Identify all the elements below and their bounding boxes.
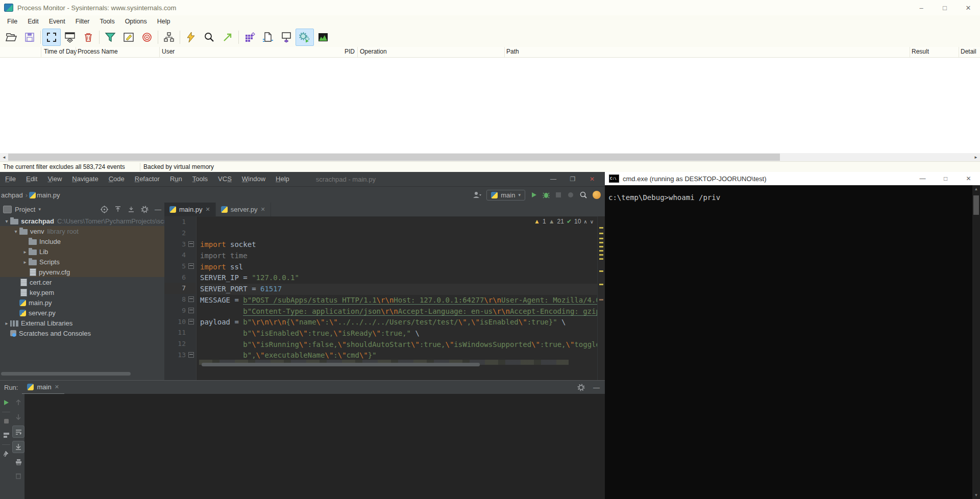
collapse-all-icon[interactable] <box>128 206 135 213</box>
down-stack-trace-icon-disabled[interactable] <box>13 411 24 422</box>
show-registry-toggle[interactable] <box>240 29 259 46</box>
gutter-line-6[interactable]: 6 <box>164 271 196 283</box>
close-tab-icon[interactable]: ✕ <box>261 206 265 213</box>
tree-item-key-pem[interactable]: key.pem <box>0 287 164 297</box>
column-header-time-of-day[interactable]: Time of Day <box>44 48 77 55</box>
user-icon[interactable] <box>472 191 481 199</box>
scrollbar-thumb[interactable] <box>973 195 979 215</box>
cmd-scrollbar[interactable]: ▲ ▼ <box>972 185 980 499</box>
fold-marker-icon[interactable] <box>188 241 194 247</box>
stop-button-disabled[interactable] <box>1 415 12 427</box>
pin-tab-icon[interactable] <box>1 448 12 459</box>
tree-item-pyvenv-cfg[interactable]: pyvenv.cfg <box>0 267 164 277</box>
scroll-left-arrow-icon[interactable]: ◄ <box>0 153 8 161</box>
column-separator[interactable] <box>159 47 160 57</box>
project-horizontal-scrollbar[interactable] <box>1 372 131 376</box>
fold-marker-icon[interactable] <box>188 263 194 269</box>
filter-button[interactable] <box>101 29 119 46</box>
column-separator[interactable] <box>959 47 959 57</box>
code-line-3[interactable]: import socket <box>200 239 598 251</box>
pycharm-menu-navigate[interactable]: Navigate <box>67 172 103 186</box>
settings-gear-icon[interactable] <box>141 206 149 213</box>
error-stripe[interactable] <box>597 216 605 380</box>
procmon-close-button[interactable]: ✕ <box>957 0 980 15</box>
soft-wrap-toggle[interactable] <box>12 426 24 438</box>
clear-button[interactable] <box>79 29 97 46</box>
editor-gutter[interactable]: 12345678910111213 <box>164 216 197 380</box>
stripe-warning-mark[interactable] <box>599 284 603 285</box>
gutter-line-3[interactable]: 3 <box>164 238 196 250</box>
find-button[interactable] <box>200 29 218 46</box>
pycharm-menu-vcs[interactable]: VCS <box>213 172 237 186</box>
procmon-menu-edit[interactable]: Edit <box>22 15 44 28</box>
code-line-6[interactable]: SERVER_IP = "127.0.0.1" <box>200 272 598 284</box>
chevron-down-icon[interactable]: ▾ <box>38 207 41 212</box>
run-console-output[interactable] <box>24 394 605 499</box>
cmd-titlebar[interactable]: C:\ cmd.exe (running as DESKTOP-JOORUNO\… <box>605 172 980 185</box>
cmd-minimize-button[interactable]: — <box>911 172 934 185</box>
save-button[interactable] <box>20 29 39 46</box>
run-button[interactable] <box>530 191 537 198</box>
tree-item-scripts[interactable]: ▸Scripts <box>0 257 164 267</box>
pycharm-menu-help[interactable]: Help <box>271 172 295 186</box>
hide-run-panel-icon[interactable]: — <box>593 384 600 391</box>
search-everywhere-icon[interactable] <box>579 191 587 199</box>
up-stack-trace-icon-disabled[interactable] <box>13 397 24 408</box>
column-header-process-name[interactable]: Process Name <box>78 48 118 55</box>
gutter-line-5[interactable]: 5 <box>164 261 196 272</box>
profiler-button-disabled[interactable] <box>567 191 574 198</box>
tree-item-venv[interactable]: ▾venv library root <box>0 226 164 236</box>
chevron-right-icon[interactable]: ▸ <box>3 320 10 326</box>
procmon-event-list[interactable] <box>0 58 980 153</box>
cmd-console[interactable]: c:\temp\Debug>whoami /priv ▲ ▼ <box>605 185 980 499</box>
chevron-right-icon[interactable]: ▸ <box>21 259 29 265</box>
update-notification-icon[interactable] <box>593 191 601 199</box>
pycharm-menu-tools[interactable]: Tools <box>187 172 213 186</box>
pycharm-menu-edit[interactable]: Edit <box>21 172 42 186</box>
column-header-path[interactable]: Path <box>506 48 519 55</box>
breadcrumb-file[interactable]: main.py <box>37 191 60 199</box>
pycharm-minimize-button[interactable]: — <box>544 172 563 186</box>
run-configuration-selector[interactable]: main ▾ <box>486 190 525 201</box>
jump-to-object-button[interactable] <box>218 29 237 46</box>
clear-all-icon-disabled[interactable] <box>13 470 24 482</box>
autoscroll-button[interactable] <box>61 29 79 46</box>
code-line-2[interactable] <box>200 229 598 240</box>
pycharm-menu-file[interactable]: File <box>0 172 21 186</box>
procmon-menu-file[interactable]: File <box>2 15 22 28</box>
breadcrumb-project[interactable]: achpad <box>1 191 23 199</box>
debug-button[interactable] <box>543 191 550 198</box>
gutter-line-11[interactable]: 11 <box>164 327 196 338</box>
inspections-widget[interactable]: ▲ 1 ▲ 21 ✔ 10 ∧ ∨ <box>534 218 594 225</box>
procmon-menu-help[interactable]: Help <box>152 15 176 28</box>
column-header-pid[interactable]: PID <box>332 48 355 55</box>
stripe-warning-mark[interactable] <box>599 270 603 272</box>
code-line-5[interactable]: import ssl <box>200 262 598 273</box>
gutter-line-10[interactable]: 10 <box>164 316 196 327</box>
fold-marker-icon[interactable] <box>188 319 194 325</box>
rerun-button[interactable] <box>1 397 12 408</box>
gutter-line-4[interactable]: 4 <box>164 250 196 261</box>
stripe-warning-mark[interactable] <box>599 238 603 239</box>
tree-item-lib[interactable]: ▸Lib <box>0 246 164 257</box>
tree-item-scrachpad[interactable]: ▾scrachpad C:\Users\Tomer\PycharmProject… <box>0 216 164 226</box>
code-line-10[interactable]: payload = b"\r\n\r\n{\"name\":\"../../..… <box>200 317 598 328</box>
column-header-operation[interactable]: Operation <box>360 48 387 55</box>
code-editor[interactable]: import socketimport timeimport sslSERVER… <box>200 217 598 380</box>
gutter-line-13[interactable]: 13 <box>164 349 196 360</box>
stripe-warning-mark[interactable] <box>599 299 603 301</box>
tab-server-py[interactable]: server.py ✕ <box>216 203 271 216</box>
gutter-line-12[interactable]: 12 <box>164 338 196 350</box>
stripe-warning-mark[interactable] <box>599 227 603 229</box>
chevron-down-icon[interactable]: ▾ <box>12 229 19 234</box>
stripe-warning-mark[interactable] <box>599 254 603 256</box>
prev-problem-icon[interactable]: ∧ <box>583 219 587 224</box>
pycharm-menu-window[interactable]: Window <box>237 172 271 186</box>
close-tab-icon[interactable]: ✕ <box>55 384 59 390</box>
pycharm-maximize-button[interactable]: ❐ <box>563 172 582 186</box>
scroll-right-arrow-icon[interactable]: ► <box>972 153 980 161</box>
column-header-user[interactable]: User <box>162 48 175 55</box>
pycharm-menu-view[interactable]: View <box>42 172 67 186</box>
fold-marker-icon[interactable] <box>188 296 194 302</box>
stripe-warning-mark[interactable] <box>599 258 603 260</box>
